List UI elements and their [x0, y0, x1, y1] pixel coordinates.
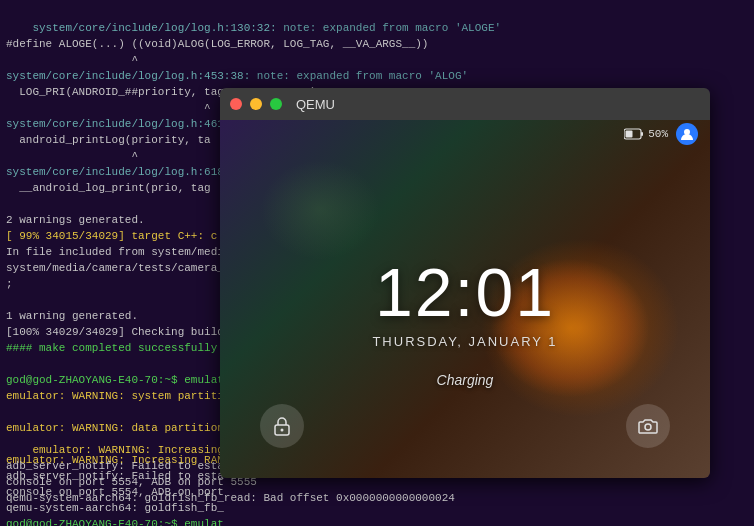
camera-icon — [637, 415, 659, 437]
user-avatar[interactable] — [676, 123, 698, 145]
close-button[interactable] — [230, 98, 242, 110]
window-title: QEMU — [296, 97, 335, 112]
camera-button[interactable] — [626, 404, 670, 448]
lock-icons-row — [220, 404, 710, 448]
lock-button[interactable] — [260, 404, 304, 448]
user-icon — [680, 127, 694, 141]
battery-indicator: 50% — [624, 128, 668, 140]
lock-icon — [271, 415, 293, 437]
bg-blob-green — [260, 160, 380, 260]
svg-rect-1 — [641, 132, 643, 136]
android-screen: 50% 12:01 THURSDAY, JANUARY 1 Charging — [220, 120, 710, 478]
qemu-window[interactable]: QEMU 50% 1 — [220, 88, 710, 478]
clock-time: 12:01 — [375, 258, 555, 326]
clock-date: THURSDAY, JANUARY 1 — [372, 334, 557, 349]
battery-percent: 50% — [648, 128, 668, 140]
maximize-button[interactable] — [270, 98, 282, 110]
battery-icon — [624, 128, 644, 140]
charging-text: Charging — [437, 372, 494, 388]
svg-point-6 — [645, 424, 651, 430]
svg-point-5 — [281, 429, 284, 432]
qemu-titlebar: QEMU — [220, 88, 710, 120]
minimize-button[interactable] — [250, 98, 262, 110]
svg-rect-2 — [626, 131, 633, 138]
